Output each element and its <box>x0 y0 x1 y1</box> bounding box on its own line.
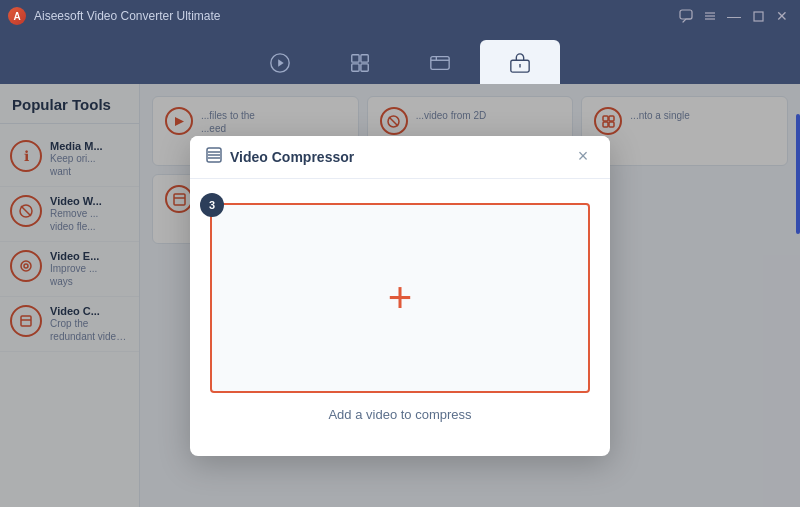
tab-editor[interactable] <box>320 40 400 84</box>
modal-header: Video Compressor × <box>190 136 610 179</box>
svg-rect-10 <box>361 64 368 71</box>
svg-rect-4 <box>754 12 763 21</box>
svg-rect-7 <box>352 55 359 62</box>
drop-zone-label: Add a video to compress <box>328 407 471 422</box>
title-bar: A Aiseesoft Video Converter Ultimate — ✕ <box>0 0 800 32</box>
svg-rect-9 <box>352 64 359 71</box>
modal-overlay: Video Compressor × 3 + Add a video to co… <box>0 84 800 507</box>
close-window-btn[interactable]: ✕ <box>772 6 792 26</box>
modal-close-button[interactable]: × <box>572 146 594 168</box>
tab-converter[interactable] <box>240 40 320 84</box>
chat-icon-btn[interactable] <box>676 6 696 26</box>
drop-zone-badge: 3 <box>200 193 224 217</box>
modal-title: Video Compressor <box>230 149 354 165</box>
svg-rect-11 <box>431 57 449 70</box>
nav-bar <box>0 32 800 84</box>
video-compressor-modal: Video Compressor × 3 + Add a video to co… <box>190 136 610 456</box>
drop-zone[interactable]: + <box>210 203 590 393</box>
main-content: Popular Tools ℹ Media M... Keep ori...wa… <box>0 84 800 507</box>
maximize-btn[interactable] <box>748 6 768 26</box>
drop-zone-wrapper: 3 + <box>210 203 590 393</box>
menu-icon-btn[interactable] <box>700 6 720 26</box>
drop-zone-plus-icon: + <box>388 277 413 319</box>
app-title: Aiseesoft Video Converter Ultimate <box>34 9 221 23</box>
tab-toolbox[interactable] <box>480 40 560 84</box>
svg-marker-6 <box>278 59 284 66</box>
svg-rect-8 <box>361 55 368 62</box>
app-logo: A <box>8 7 26 25</box>
window-controls: — ✕ <box>676 6 792 26</box>
modal-title-icon <box>206 147 222 167</box>
minimize-btn[interactable]: — <box>724 6 744 26</box>
tab-compress[interactable] <box>400 40 480 84</box>
modal-body: 3 + Add a video to compress <box>190 179 610 456</box>
svg-rect-0 <box>680 10 692 19</box>
